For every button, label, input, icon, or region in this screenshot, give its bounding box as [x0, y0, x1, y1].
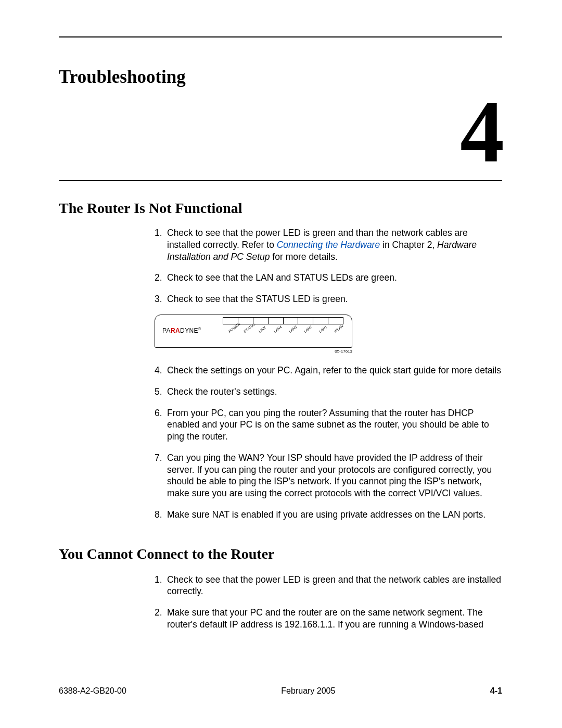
steps-list-1: Check to see that the power LED is green…: [155, 227, 502, 521]
chapter-number: 4: [59, 87, 502, 176]
step-8: Make sure NAT is enabled if you are usin…: [155, 509, 502, 521]
brand-ra: RA: [171, 327, 180, 334]
footer-docnum: 6388-A2-GB20-00: [59, 686, 126, 696]
page-footer: 6388-A2-GB20-00 February 2005 4-1: [59, 686, 502, 696]
link-connecting-hardware[interactable]: Connecting the Hardware: [277, 240, 380, 250]
step-6: From your PC, can you ping the router? A…: [155, 407, 502, 443]
step-1-text-c: for more details.: [270, 252, 338, 262]
step-2: Check to see that the LAN and STATUS LED…: [155, 272, 502, 284]
step-7: Can you ping the WAN? Your ISP should ha…: [155, 452, 502, 499]
step-4: Check the settings on your PC. Again, re…: [155, 365, 502, 376]
section-title-router-not-functional: The Router Is Not Functional: [59, 200, 502, 217]
step2-1: Check to see that the power LED is green…: [155, 574, 502, 598]
chapter-title: Troubleshooting: [59, 67, 502, 87]
router-device-illustration: PARADYNE® POWER STATUS: [155, 315, 352, 348]
footer-date: February 2005: [281, 686, 335, 696]
footer-page-number: 4-1: [490, 686, 502, 696]
page-body: Troubleshooting 4 The Router Is Not Func…: [59, 36, 502, 640]
figure-number: 05-17613: [155, 349, 352, 354]
section-title-cannot-connect: You Cannot Connect to the Router: [59, 546, 502, 562]
step2-2: Make sure that your PC and the router ar…: [155, 607, 502, 631]
figure-item: PARADYNE® POWER STATUS: [155, 315, 502, 354]
top-rule: [59, 36, 502, 37]
brand-dyne: DYNE: [180, 327, 198, 334]
brand-reg: ®: [198, 327, 201, 331]
brand-pa: PA: [162, 327, 171, 334]
step-3: Check to see that the STATUS LED is gree…: [155, 293, 502, 305]
steps-list-2: Check to see that the power LED is green…: [155, 574, 502, 631]
brand-logo: PARADYNE®: [162, 327, 201, 335]
device-figure: PARADYNE® POWER STATUS: [155, 315, 502, 354]
led-labels: POWER STATUS LINK LAN4 LAN3 LAN2 LAN1 WL…: [226, 324, 347, 329]
step-1: Check to see that the power LED is green…: [155, 227, 502, 262]
step-1-text-b: in Chapter 2,: [380, 240, 437, 250]
mid-rule: [59, 180, 502, 181]
step-5: Check the router's settings.: [155, 386, 502, 398]
